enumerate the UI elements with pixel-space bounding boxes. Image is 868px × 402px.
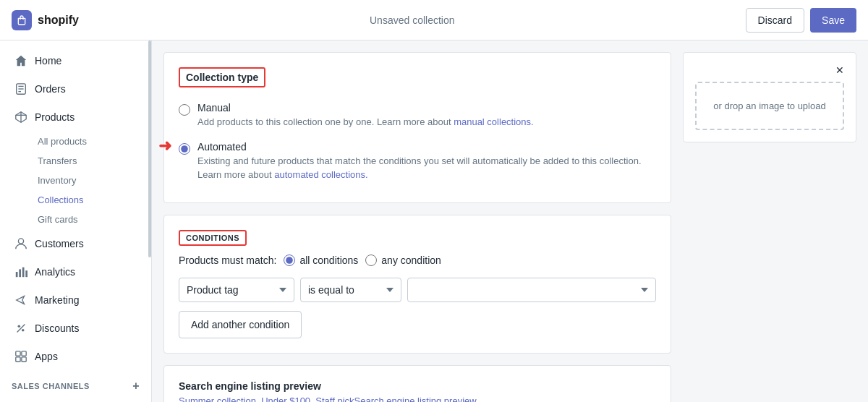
home-icon [14,54,27,67]
any-condition-label: any condition [381,255,441,266]
discard-button[interactable]: Discard [746,8,804,33]
manual-option: Manual Add products to this collection o… [179,99,656,132]
svg-point-13 [22,329,25,332]
apps-label: Apps [35,351,58,362]
sidebar-item-marketing[interactable]: Marketing [3,286,148,314]
orders-icon [14,82,27,95]
condition-operator-select[interactable]: is equal to is not equal to starts with … [300,278,401,302]
automated-option: ➜ Automated Existing and future products… [179,138,656,185]
automated-desc: Existing and future products that match … [197,154,656,182]
svg-point-7 [18,239,23,244]
top-bar: shopify Unsaved collection Discard Save [0,0,868,40]
automated-link[interactable]: automated collections. [274,169,367,180]
svg-rect-10 [22,268,25,278]
all-conditions-radio[interactable] [284,255,295,266]
top-bar-left: shopify [12,10,79,30]
page-title: Unsaved collection [370,14,455,26]
main-column: Collection type Manual Add products to t… [163,52,671,390]
shopify-logo: shopify [12,10,79,30]
customers-icon [14,237,27,250]
marketing-label: Marketing [35,294,79,306]
svg-rect-16 [22,351,26,356]
discounts-icon [14,322,27,335]
manual-desc: Add products to this collection one by o… [197,115,656,129]
svg-rect-18 [22,357,26,362]
seo-preview-card: Search engine listing preview Summer col… [163,365,671,403]
condition-field-select[interactable]: Product tag Product title Product type P… [179,278,294,302]
side-column: ✕ or drop an image to upload [683,52,856,390]
manual-content: Manual Add products to this collection o… [197,102,656,129]
conditions-match-row: Products must match: all conditions any … [179,255,656,266]
svg-rect-17 [16,357,20,362]
condition-row-1: Product tag Product title Product type P… [179,278,656,302]
sidebar-sub-all-products[interactable]: All products [32,132,151,151]
sidebar-item-apps[interactable]: Apps [3,343,148,370]
collection-type-title: Collection type [179,67,265,87]
customers-label: Customers [35,238,84,249]
automated-content: Automated Existing and future products t… [197,141,656,182]
products-submenu: All products Transfers Inventory Collect… [0,132,151,229]
marketing-icon [14,294,27,307]
seo-link[interactable]: Summer collection. Under $100. Staff pic… [179,395,477,403]
manual-label[interactable]: Manual [197,102,231,114]
all-conditions-option[interactable]: all conditions [284,255,358,266]
image-upload-card: ✕ or drop an image to upload [683,52,856,142]
sidebar: Home Orders Products All products Transf… [0,40,152,402]
sidebar-nav: Home Orders Products All products Transf… [0,40,151,402]
home-label: Home [35,55,61,67]
sales-channels-label: SALES CHANNELS [12,382,90,390]
svg-rect-8 [16,272,18,277]
sidebar-item-discounts[interactable]: Discounts [3,315,148,342]
add-sales-channel-icon[interactable]: + [132,380,140,393]
products-icon [14,111,27,124]
condition-value-select[interactable] [407,278,656,302]
any-condition-radio[interactable] [365,255,377,266]
svg-point-12 [18,325,21,328]
collection-type-options: Manual Add products to this collection o… [179,99,656,185]
sidebar-item-products[interactable]: Products [3,103,148,131]
seo-title: Search engine listing preview [179,380,656,392]
main-content: Collection type Manual Add products to t… [152,40,868,402]
scroll-indicator [148,40,151,257]
svg-rect-11 [25,270,27,277]
logo-text: shopify [38,14,79,27]
image-drop-zone[interactable]: or drop an image to upload [695,82,844,130]
save-button[interactable]: Save [810,8,856,33]
collection-type-card: Collection type Manual Add products to t… [163,52,671,203]
svg-rect-9 [19,269,21,277]
conditions-title: CONDITIONS [179,230,247,246]
arrow-indicator: ➜ [158,137,171,155]
conditions-card: CONDITIONS Products must match: all cond… [163,215,671,354]
all-conditions-label: all conditions [299,255,358,266]
layout: Home Orders Products All products Transf… [0,40,868,402]
sidebar-item-customers[interactable]: Customers [3,230,148,257]
orders-label: Orders [35,83,66,95]
sidebar-sub-inventory[interactable]: Inventory [32,171,151,190]
add-condition-button[interactable]: Add another condition [179,311,302,338]
manual-radio[interactable] [179,104,190,116]
upload-text: or drop an image to upload [713,100,825,111]
apps-icon [14,350,27,363]
remove-image-button[interactable]: ✕ [835,64,844,76]
analytics-label: Analytics [35,266,75,278]
sidebar-item-orders[interactable]: Orders [3,75,148,103]
match-label: Products must match: [179,255,276,266]
shopify-bag-icon [12,10,32,30]
sidebar-item-online-store[interactable]: Online Store ⚙ [3,396,148,402]
sidebar-item-analytics[interactable]: Analytics [3,258,148,286]
sidebar-sub-collections[interactable]: Collections [32,190,151,210]
top-bar-actions: Discard Save [746,8,856,33]
manual-link[interactable]: manual collections. [454,116,534,127]
analytics-icon [14,265,27,278]
automated-radio[interactable] [179,143,190,155]
automated-label[interactable]: Automated [197,141,247,153]
discounts-label: Discounts [35,322,79,334]
products-label: Products [35,111,75,123]
any-condition-option[interactable]: any condition [365,255,441,266]
svg-rect-15 [16,351,20,356]
sidebar-item-home[interactable]: Home [3,47,148,74]
sidebar-sub-transfers[interactable]: Transfers [32,151,151,171]
sidebar-sub-gift-cards[interactable]: Gift cards [32,210,151,229]
sales-channels-section: SALES CHANNELS + [0,371,151,395]
